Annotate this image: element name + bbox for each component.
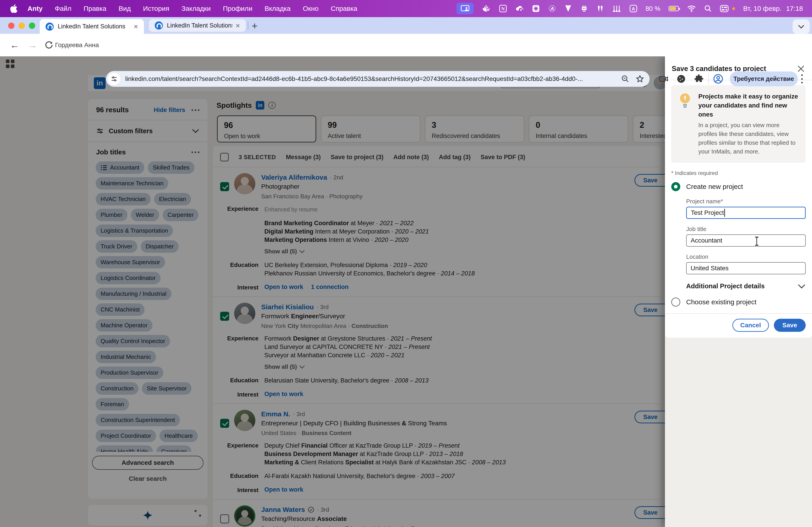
ibeam-cursor <box>754 237 759 246</box>
close-window-button[interactable] <box>8 22 14 29</box>
browser-profile-name[interactable]: Гордеева Анна <box>55 42 99 49</box>
project-name-label: Project name* <box>686 198 806 205</box>
browser-profile-icon[interactable] <box>713 74 724 84</box>
job-title-label: Job title <box>686 226 806 232</box>
site-settings-icon[interactable] <box>108 73 120 85</box>
menu-item-9[interactable]: Справка <box>331 5 357 12</box>
shield-v-icon[interactable] <box>564 3 572 14</box>
cookie-icon[interactable] <box>676 74 686 84</box>
linkedin-favicon-icon <box>155 21 163 30</box>
action-required-button[interactable]: Требуется действие <box>730 72 798 86</box>
extensions-puzzle-icon[interactable] <box>694 74 704 84</box>
tab-close-icon[interactable]: × <box>235 21 240 30</box>
tab-separator <box>248 21 248 30</box>
lightbulb-icon <box>678 92 693 156</box>
battery-percent: 80 % <box>646 5 661 12</box>
docker-icon[interactable] <box>482 3 491 14</box>
required-note: * Indicates required <box>671 170 806 176</box>
save-to-project-drawer: Save 3 candidates to project Projects ma… <box>665 56 812 527</box>
job-title-input[interactable]: Accountant <box>686 235 806 246</box>
create-option-label: Create new project <box>686 183 743 191</box>
notion-icon[interactable]: N <box>499 3 507 14</box>
logo-a-icon[interactable]: A <box>548 3 556 14</box>
svg-text:4: 4 <box>520 8 522 12</box>
svg-text:A: A <box>550 6 554 12</box>
airpods-icon[interactable] <box>596 3 604 14</box>
create-new-project-option[interactable]: Create new project <box>671 182 806 191</box>
macos-menu-bar: AntyФайлПравкаВидИсторияЗакладкиПрофилиВ… <box>0 0 812 17</box>
projects-tip-card: Projects make it easy to organize your c… <box>671 85 806 163</box>
camera-icon[interactable] <box>658 74 669 84</box>
radio-selected-icon[interactable] <box>671 182 680 191</box>
menu-item-6[interactable]: Профили <box>223 5 252 12</box>
maximize-window-button[interactable] <box>29 22 35 29</box>
menu-item-5[interactable]: Закладки <box>182 5 211 12</box>
control-center-icon[interactable] <box>720 3 728 14</box>
wifi-icon[interactable] <box>687 3 696 14</box>
apple-logo-icon[interactable] <box>10 4 18 13</box>
battery-icon <box>669 6 679 11</box>
menu-items: AntyФайлПравкаВидИсторияЗакладкиПрофилиВ… <box>28 5 357 12</box>
cancel-button[interactable]: Cancel <box>733 319 769 332</box>
menu-item-3[interactable]: Вид <box>119 5 131 12</box>
bookmark-star-icon[interactable] <box>636 75 644 83</box>
zoom-out-icon[interactable] <box>621 75 629 83</box>
forward-button[interactable]: → <box>28 40 37 50</box>
input-a-icon[interactable]: A <box>629 3 637 14</box>
browser-menu-icon[interactable] <box>801 73 803 85</box>
equalizer-icon[interactable] <box>612 3 621 14</box>
browser-tab-strip: LinkedIn Talent Solutions × LinkedIn Tal… <box>0 17 812 34</box>
menu-item-7[interactable]: Вкладка <box>264 5 291 12</box>
chevron-down-icon <box>798 284 806 289</box>
reload-button[interactable] <box>44 40 54 49</box>
screen-share-icon[interactable] <box>456 3 474 14</box>
additional-details-toggle[interactable]: Additional Project details <box>686 283 806 290</box>
spotlight-search-icon[interactable] <box>704 3 712 14</box>
linkedin-favicon-icon <box>46 22 54 31</box>
tab-close-icon[interactable]: × <box>133 22 138 31</box>
modal-dim-overlay[interactable] <box>0 56 665 527</box>
svg-text:N: N <box>501 6 505 12</box>
status-area: N4AA80 %Вт, 10 февр.17:18 <box>456 3 803 14</box>
toolbar-separator <box>708 74 709 84</box>
menu-item-2[interactable]: Правка <box>84 5 106 12</box>
radio-unselected-icon[interactable] <box>671 298 680 306</box>
tip-body: In a project, you can view more profiles… <box>698 121 799 156</box>
text-caret <box>724 209 725 217</box>
browser-toolbar: ← → Гордеева Анна linkedin.com/talent/se… <box>0 34 812 56</box>
new-tab-button[interactable]: + <box>252 20 258 32</box>
tab-linkedin-2[interactable]: LinkedIn Talent Solutions × <box>149 19 246 32</box>
menu-item-1[interactable]: Файл <box>55 5 72 12</box>
url-bar[interactable]: linkedin.com/talent/search?searchContext… <box>106 71 650 87</box>
save-button[interactable]: Save <box>774 319 806 332</box>
tab-linkedin-1[interactable]: LinkedIn Talent Solutions × <box>40 19 144 34</box>
tip-title: Projects make it easy to organize your c… <box>698 92 799 119</box>
menu-item-0[interactable]: Anty <box>28 5 43 12</box>
menu-item-4[interactable]: История <box>143 5 169 12</box>
tab-title: LinkedIn Talent Solutions <box>167 22 232 29</box>
minimize-window-button[interactable] <box>18 22 25 29</box>
choose-existing-project-option[interactable]: Choose existing project <box>671 298 806 306</box>
robot-icon[interactable] <box>580 3 588 14</box>
url-text[interactable]: linkedin.com/talent/search?searchContext… <box>125 75 621 82</box>
flower-icon[interactable] <box>532 3 540 14</box>
location-input[interactable]: United States <box>686 262 806 274</box>
project-name-input[interactable]: Test Project <box>686 207 806 219</box>
menu-bar-clock[interactable]: Вт, 10 февр.17:18 <box>743 5 803 12</box>
svg-text:A: A <box>632 6 635 11</box>
menu-item-8[interactable]: Окно <box>303 5 319 12</box>
location-label: Location <box>686 253 806 260</box>
choose-option-label: Choose existing project <box>686 298 756 306</box>
cloud-4-icon[interactable]: 4 <box>515 3 524 14</box>
recording-dot-icon <box>732 7 735 10</box>
close-icon[interactable] <box>797 64 805 73</box>
back-button[interactable]: ← <box>10 40 19 50</box>
tab-search-chevron-button[interactable] <box>793 19 810 34</box>
tab-title: LinkedIn Talent Solutions <box>58 23 130 30</box>
